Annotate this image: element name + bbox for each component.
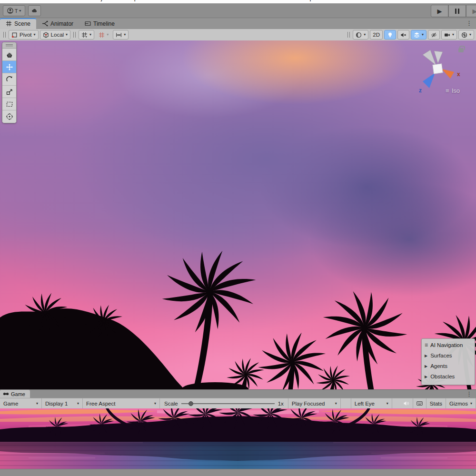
game-target-dropdown[interactable]: Game ▾ xyxy=(0,398,42,408)
shading-mode-dropdown[interactable]: ▾ xyxy=(353,30,368,40)
account-initial: T xyxy=(15,8,18,14)
gizmo-z-axis-label[interactable]: z xyxy=(419,87,422,94)
ruler-snap-icon xyxy=(116,32,122,38)
menu-edit[interactable]: Edit xyxy=(20,0,41,1)
ai-navigation-header[interactable]: ≡ AI Navigation xyxy=(425,341,472,350)
menu-gameobject[interactable]: GameObject xyxy=(70,0,116,1)
scale-slider-thumb[interactable] xyxy=(188,401,193,406)
rect-tool-button[interactable] xyxy=(2,98,16,110)
tab-timeline[interactable]: Timeline xyxy=(79,18,120,29)
chevron-down-icon: ▾ xyxy=(452,33,454,37)
chevron-down-icon: ▾ xyxy=(77,402,79,406)
gizmo-lock-icon[interactable] xyxy=(458,48,464,52)
drag-handle-icon[interactable] xyxy=(347,32,350,38)
axis-globe-icon xyxy=(461,32,467,38)
chevron-down-icon: ▾ xyxy=(34,33,36,37)
game-toolbar: Game ▾ Display 1 ▾ Free Aspect ▾ Scale 1… xyxy=(0,398,476,408)
grid-snap-red-icon xyxy=(99,32,105,38)
scene-view[interactable]: x z ≡ Iso ≡ AI Navigation ▶ Surfaces ▶ A… xyxy=(0,40,476,389)
play-controls: ▶ ▶ xyxy=(431,5,476,17)
scene-lighting-toggle[interactable] xyxy=(384,30,396,40)
animator-tab-icon xyxy=(42,20,48,27)
panel-menu-kebab[interactable]: ⋮ xyxy=(466,20,472,27)
move-tool-button[interactable] xyxy=(2,61,16,73)
scene-audio-toggle[interactable] xyxy=(397,30,409,40)
menu-assets[interactable]: Assets xyxy=(41,0,70,1)
game-view[interactable] xyxy=(0,408,476,469)
scene-effects-dropdown[interactable]: ▾ xyxy=(411,30,426,40)
2d-mode-toggle[interactable]: 2D xyxy=(370,30,383,40)
tab-scene[interactable]: Scene xyxy=(0,18,36,29)
main-toolbar: T ▾ ▶ ▶ xyxy=(0,3,476,18)
stats-toggle[interactable]: Stats xyxy=(426,398,446,408)
pause-button[interactable] xyxy=(448,5,466,17)
pivot-mode-dropdown[interactable]: Pivot ▾ xyxy=(9,30,39,40)
gizmo-x-axis-label[interactable]: x xyxy=(457,71,460,78)
speaker-icon xyxy=(403,400,409,407)
pivot-icon xyxy=(11,32,18,38)
menu-window[interactable]: Window xyxy=(263,0,295,1)
menu-file[interactable]: File xyxy=(0,0,20,1)
menu-handle-icon: ≡ xyxy=(446,87,449,94)
aspect-ratio-dropdown[interactable]: Free Aspect ▾ xyxy=(83,398,160,408)
menu-vrchat-sdk[interactable]: VRChat SDK xyxy=(216,0,263,1)
eye-hidden-icon xyxy=(431,32,437,38)
tools-drag-handle[interactable] xyxy=(2,42,16,49)
gizmo-projection-toggle[interactable]: ≡ Iso xyxy=(446,87,460,94)
orientation-gizmo[interactable]: x z xyxy=(408,44,470,101)
status-bar xyxy=(0,469,476,476)
blank-toggle-button[interactable] xyxy=(341,398,351,408)
person-avatar-icon xyxy=(7,8,13,14)
chevron-down-icon: ▾ xyxy=(422,33,424,37)
menu-help[interactable]: Help xyxy=(295,0,318,1)
xr-eye-dropdown[interactable]: Left Eye ▾ xyxy=(351,398,392,408)
menu-component[interactable]: Component xyxy=(116,0,158,1)
handle-orientation-dropdown[interactable]: Local ▾ xyxy=(40,30,71,40)
transform-tool-button[interactable] xyxy=(2,110,16,123)
scene-camera-dropdown[interactable]: ▾ xyxy=(441,30,457,40)
foldout-arrow-icon: ▶ xyxy=(425,375,427,379)
grid-snap-dropdown-disabled[interactable]: ▾ xyxy=(96,30,111,40)
game-panel-kebab[interactable]: ⋮ xyxy=(466,390,472,397)
ainav-agents-label: Agents xyxy=(430,363,447,369)
xr-eye-label: Left Eye xyxy=(355,401,375,407)
chevron-down-icon: ▾ xyxy=(469,33,471,37)
display-label: Display 1 xyxy=(45,401,68,407)
gizmos-dropdown[interactable]: Gizmos ▾ xyxy=(446,398,476,408)
gizmos-visibility-dropdown[interactable]: ▾ xyxy=(458,30,474,40)
game-tab-bar: Game ⋮ xyxy=(0,389,476,398)
mute-audio-toggle[interactable] xyxy=(400,398,413,408)
scale-slider[interactable] xyxy=(181,403,275,404)
menu-services[interactable]: Services xyxy=(159,0,193,1)
vr-keyboard-toggle[interactable] xyxy=(413,398,426,408)
chevron-down-icon: ▾ xyxy=(107,33,109,37)
chevron-down-icon: ▾ xyxy=(36,402,38,406)
scene-visibility-toggle[interactable] xyxy=(428,30,440,40)
cloud-button[interactable] xyxy=(28,5,41,16)
grid-visibility-dropdown[interactable]: ▾ xyxy=(79,30,94,40)
drag-handle-icon[interactable] xyxy=(3,32,6,38)
snap-increment-dropdown[interactable]: ▾ xyxy=(113,30,129,40)
shaded-sphere-icon xyxy=(356,32,362,38)
display-dropdown[interactable]: Display 1 ▾ xyxy=(42,398,83,408)
chevron-down-icon: ▾ xyxy=(154,402,156,406)
menu-jobs[interactable]: Jobs xyxy=(192,0,216,1)
drag-handle-icon[interactable] xyxy=(73,32,76,38)
play-button[interactable]: ▶ xyxy=(431,5,448,17)
scale-tool-button[interactable] xyxy=(2,86,16,98)
tab-game-label: Game xyxy=(11,391,25,397)
tab-game[interactable]: Game xyxy=(0,390,30,398)
ainav-foldout-surfaces[interactable]: ▶ Surfaces xyxy=(425,350,472,361)
hand-tool-button[interactable] xyxy=(2,49,16,61)
tab-scene-label: Scene xyxy=(14,20,30,27)
foldout-arrow-icon: ▶ xyxy=(425,354,427,358)
gizmos-label: Gizmos xyxy=(449,401,468,407)
tab-animator[interactable]: Animator xyxy=(36,18,79,29)
account-dropdown-button[interactable]: T ▾ xyxy=(3,5,25,16)
rotate-tool-button[interactable] xyxy=(2,73,16,86)
play-mode-dropdown[interactable]: Play Focused ▾ xyxy=(288,398,341,408)
step-button[interactable]: ▶ xyxy=(466,5,476,17)
panel-tab-bar: Scene Animator Timeline ⋮ xyxy=(0,18,476,29)
ainav-foldout-obstacles[interactable]: ▶ Obstacles xyxy=(425,371,472,382)
ainav-foldout-agents[interactable]: ▶ Agents xyxy=(425,361,472,371)
